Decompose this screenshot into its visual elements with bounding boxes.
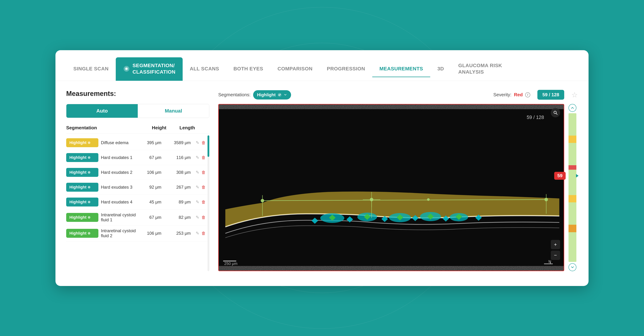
eye-scan-icon [123, 65, 130, 72]
scan-counter-badge[interactable]: 59 / 128 [538, 90, 564, 100]
delete-icon-3[interactable]: 🗑 [202, 185, 206, 190]
delete-icon-1[interactable]: 🗑 [202, 155, 206, 160]
auto-manual-toggle: Auto Manual [66, 104, 209, 118]
segmentations-label: Segmentations: [218, 92, 250, 98]
seg-list: Highlight Diffuse edema 395 μm 3589 μm ✎… [66, 135, 209, 271]
edit-icon-4[interactable]: ✎ [196, 199, 199, 204]
right-panel: Segmentations: Highlight Severity: [218, 90, 578, 271]
table-row: Highlight Diffuse edema 395 μm 3589 μm ✎… [66, 135, 209, 150]
favorite-star-icon[interactable]: ☆ [571, 91, 578, 99]
nav-both-eyes[interactable]: BOTH EYES [226, 61, 270, 77]
seg-name-1: Hard exudates 1 [101, 155, 138, 160]
svg-line-39 [556, 113, 557, 115]
badge-dot-4 [88, 201, 90, 203]
top-nav: SINGLE SCAN SEGMENTATION/CLASSIFICATION … [56, 50, 588, 81]
zoom-search-button[interactable] [551, 108, 560, 117]
edit-icon-1[interactable]: ✎ [196, 155, 199, 160]
segmentation-label: SEGMENTATION/CLASSIFICATION [132, 62, 176, 75]
svg-point-2 [126, 68, 127, 69]
badge-dot-5 [88, 216, 90, 219]
badge-dot-3 [88, 186, 90, 188]
strip-bar[interactable]: 59 [568, 113, 576, 262]
svg-text:250 μm: 250 μm [224, 261, 238, 266]
search-icon [553, 110, 558, 115]
highlight-badge-6[interactable]: Highlight [66, 229, 98, 238]
seg-length-2: 308 μm [164, 170, 191, 175]
segmentations-control: Segmentations: Highlight [218, 90, 291, 100]
zoom-controls: + − [551, 240, 560, 260]
seg-name-5: Intraretinal cystoid fluid 1 [101, 212, 138, 222]
nav-measurements[interactable]: MEASUREMENTS [372, 61, 430, 77]
nav-down-button[interactable] [568, 263, 576, 271]
edit-icon-2[interactable]: ✎ [196, 170, 199, 175]
strip-navigator: 59 [567, 104, 578, 271]
seg-length-0: 3589 μm [164, 140, 191, 145]
nav-3d[interactable]: 3D [430, 61, 451, 77]
highlight-pill-label: Highlight [257, 92, 276, 97]
highlight-badge-4[interactable]: Highlight [66, 197, 98, 206]
edit-icon-6[interactable]: ✎ [196, 231, 199, 236]
highlight-badge-5[interactable]: Highlight [66, 213, 98, 222]
highlight-badge-2[interactable]: Highlight [66, 168, 98, 177]
badge-dot-0 [88, 142, 90, 144]
badge-label-4: Highlight [70, 200, 86, 204]
manual-button[interactable]: Manual [138, 104, 209, 118]
delete-icon-0[interactable]: 🗑 [202, 140, 206, 145]
nav-comparison[interactable]: COMPARISON [270, 61, 320, 77]
svg-point-26 [261, 199, 264, 202]
oct-image[interactable]: 250 μm N 59 / 128 [218, 104, 564, 271]
chevron-down-icon [284, 93, 287, 97]
zoom-out-button[interactable]: − [551, 251, 560, 260]
zoom-in-button[interactable]: + [551, 240, 560, 249]
edit-icon-0[interactable]: ✎ [196, 140, 199, 145]
highlight-badge-1[interactable]: Highlight [66, 153, 98, 162]
nav-all-scans[interactable]: ALL SCANS [183, 61, 226, 77]
table-row: Highlight Hard exudates 3 92 μm 267 μm ✎… [66, 180, 209, 195]
edit-icon-5[interactable]: ✎ [196, 215, 199, 220]
delete-icon-2[interactable]: 🗑 [202, 170, 206, 175]
nav-glaucoma[interactable]: GLAUCOMA RISKANALYSIS [451, 57, 509, 81]
nav-single-scan[interactable]: SINGLE SCAN [66, 61, 116, 77]
nav-segmentation[interactable]: SEGMENTATION/CLASSIFICATION [116, 57, 183, 81]
svg-text:59 / 128: 59 / 128 [527, 115, 544, 120]
badge-dot-6 [88, 232, 90, 235]
svg-point-28 [544, 198, 548, 201]
delete-icon-4[interactable]: 🗑 [202, 199, 206, 204]
badge-label-3: Highlight [70, 185, 86, 189]
content-area: Measurements: Auto Manual Segmentation H… [56, 81, 588, 280]
measurements-title: Measurements: [66, 90, 209, 98]
delete-icon-5[interactable]: 🗑 [202, 215, 206, 220]
badge-label-1: Highlight [70, 155, 86, 160]
highlight-badge-3[interactable]: Highlight [66, 183, 98, 192]
chevron-up-icon [571, 106, 574, 110]
chevron-down-icon [571, 265, 574, 269]
auto-button[interactable]: Auto [66, 104, 138, 118]
table-row: Highlight Hard exudates 2 106 μm 308 μm … [66, 165, 209, 180]
info-icon[interactable]: i [525, 92, 530, 97]
badge-label-6: Highlight [70, 231, 86, 236]
seg-height-1: 67 μm [140, 155, 161, 160]
seg-length-1: 116 μm [164, 155, 191, 160]
nav-progression[interactable]: PROGRESSION [320, 61, 372, 77]
delete-icon-6[interactable]: 🗑 [202, 231, 206, 236]
scrollbar[interactable] [208, 135, 209, 271]
action-icons-1: ✎ 🗑 [193, 155, 206, 160]
svg-rect-5 [219, 109, 564, 266]
table-row: Highlight Hard exudates 1 67 μm 116 μm ✎… [66, 150, 209, 165]
severity-control: Severity: Red i [494, 92, 530, 98]
edit-icon-3[interactable]: ✎ [196, 185, 199, 190]
scrollbar-thumb[interactable] [208, 135, 209, 157]
highlight-pill[interactable]: Highlight [253, 90, 291, 100]
strip-position-badge: 59 [554, 172, 566, 180]
col-segmentation: Segmentation [66, 125, 141, 131]
highlight-badge-0[interactable]: Highlight [66, 138, 98, 147]
main-card: SINGLE SCAN SEGMENTATION/CLASSIFICATION … [56, 50, 588, 286]
nav-up-button[interactable] [568, 104, 576, 112]
col-height: Height [141, 125, 166, 131]
seg-height-0: 395 μm [140, 140, 161, 145]
seg-height-6: 106 μm [140, 231, 161, 236]
oct-container: 250 μm N 59 / 128 [218, 104, 578, 271]
action-icons-5: ✎ 🗑 [193, 215, 206, 220]
badge-dot-1 [88, 156, 90, 159]
table-row: Highlight Intraretinal cystoid fluid 2 1… [66, 225, 209, 241]
